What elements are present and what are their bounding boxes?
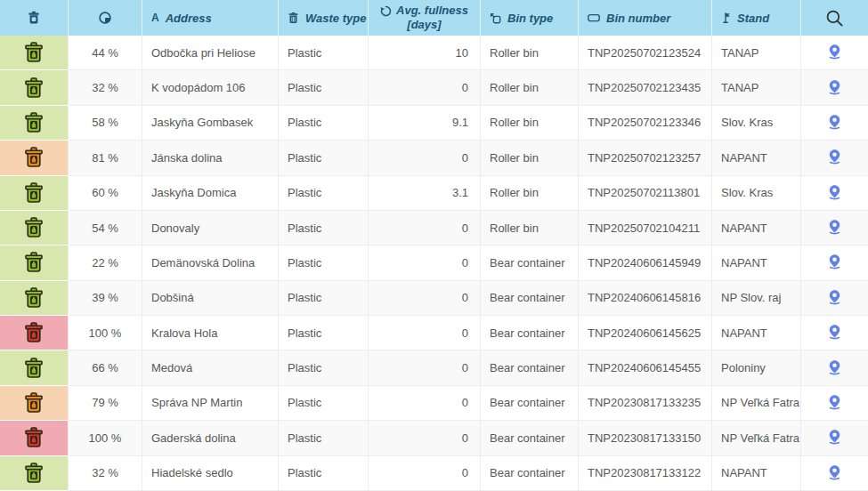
bin-type-cell: Bear container: [481, 386, 579, 421]
column-header-search[interactable]: [801, 0, 868, 36]
table-row[interactable]: 32 % Hiadelské sedlo Plastic 0 Bear cont…: [0, 456, 868, 491]
location-cell[interactable]: [801, 386, 868, 421]
bin-type-cell: Roller bin: [481, 141, 579, 175]
bin-icon: [22, 392, 45, 414]
table-body: 44 % Odbočka pri Heliose Plastic 10 Roll…: [0, 36, 868, 491]
bin-status-cell: [0, 421, 69, 455]
address-cell: Správa NP Martin: [142, 386, 279, 421]
bin-status-cell: [0, 246, 69, 280]
bin-number-cell: TNP20250702123435: [579, 70, 712, 105]
address-cell: Demänovská Dolina: [142, 246, 279, 280]
bin-type-cell: Bear container: [481, 246, 579, 280]
stand-cell: TANAP: [712, 70, 801, 105]
trash-icon: [288, 12, 299, 24]
waste-type-cell: Plastic: [279, 456, 369, 491]
fullness-cell: 66 %: [69, 350, 142, 385]
location-cell[interactable]: [801, 246, 868, 280]
bin-type-cell: Roller bin: [481, 70, 579, 105]
location-pin-icon: [827, 429, 842, 447]
bin-type-cell: Roller bin: [481, 106, 579, 141]
column-header-stand[interactable]: Stand: [712, 0, 801, 36]
location-cell[interactable]: [801, 316, 868, 350]
table-row[interactable]: 22 % Demänovská Dolina Plastic 0 Bear co…: [0, 246, 868, 280]
bin-number-cell: TNP20240606145816: [579, 281, 712, 316]
bin-type-cell: Bear container: [481, 350, 579, 385]
bin-icon: [22, 358, 45, 379]
column-header-bin[interactable]: [0, 0, 69, 36]
bin-number-cell: TNP20240606145949: [579, 246, 712, 280]
location-cell[interactable]: [801, 70, 868, 105]
avg-fullness-cell: 0: [369, 421, 481, 455]
fullness-cell: 100 %: [69, 316, 142, 350]
tag-icon: [588, 12, 600, 23]
table-row[interactable]: 79 % Správa NP Martin Plastic 0 Bear con…: [0, 386, 868, 421]
avg-fullness-cell: 0: [369, 281, 481, 316]
bin-number-cell: TNP20250702123524: [579, 36, 712, 70]
column-header-avg-fullness[interactable]: Avg. fullness [days]: [369, 0, 481, 36]
bin-status-cell: [0, 141, 69, 175]
bin-number-cell: TNP20240606145625: [579, 316, 712, 350]
column-header-address[interactable]: A Address: [142, 0, 279, 36]
table-row[interactable]: 54 % Donovaly Plastic 0 Roller bin TNP20…: [0, 211, 868, 246]
avg-fullness-cell: 3.1: [369, 176, 481, 211]
stand-cell: NP Veľká Fatra: [712, 421, 801, 455]
location-cell[interactable]: [801, 350, 868, 385]
waste-type-cell: Plastic: [279, 316, 369, 350]
location-cell[interactable]: [801, 281, 868, 316]
column-header-bin-number[interactable]: Bin number: [579, 0, 712, 36]
fullness-cell: 32 %: [69, 456, 142, 491]
location-pin-icon: [827, 359, 842, 377]
waste-type-cell: Plastic: [279, 141, 369, 175]
fullness-cell: 22 %: [69, 246, 142, 280]
address-cell: Jaskyňa Domica: [142, 176, 279, 211]
table-row[interactable]: 60 % Jaskyňa Domica Plastic 3.1 Roller b…: [0, 176, 868, 211]
bin-number-cell: TNP20250702104211: [579, 211, 712, 246]
table-row[interactable]: 58 % Jaskyňa Gombasek Plastic 9.1 Roller…: [0, 106, 868, 141]
location-pin-icon: [827, 184, 842, 202]
bin-type-cell: Bear container: [481, 316, 579, 350]
waste-type-cell: Plastic: [279, 211, 369, 246]
table-row[interactable]: 39 % Dobšiná Plastic 0 Bear container TN…: [0, 281, 868, 316]
location-cell[interactable]: [801, 106, 868, 141]
location-pin-icon: [827, 464, 842, 482]
box-arrow-icon: [490, 12, 501, 24]
table-row[interactable]: 100 % Gaderská dolina Plastic 0 Bear con…: [0, 421, 868, 455]
waste-type-cell: Plastic: [279, 281, 369, 316]
bin-status-cell: [0, 211, 69, 246]
flag-icon: [721, 12, 731, 24]
waste-type-cell: Plastic: [279, 36, 369, 70]
bin-type-cell: Roller bin: [481, 211, 579, 246]
fullness-cell: 100 %: [69, 421, 142, 455]
table-row[interactable]: 81 % Jánska dolina Plastic 0 Roller bin …: [0, 141, 868, 175]
location-pin-icon: [827, 149, 842, 166]
column-header-label: Avg. fullness: [396, 4, 468, 17]
bin-icon: [22, 77, 45, 99]
location-cell[interactable]: [801, 211, 868, 246]
table-row[interactable]: 66 % Medová Plastic 0 Bear container TNP…: [0, 350, 868, 385]
location-cell[interactable]: [801, 421, 868, 455]
column-header-fullness[interactable]: [69, 0, 142, 36]
address-cell: Gaderská dolina: [142, 421, 279, 455]
column-header-label: Bin number: [606, 12, 670, 25]
location-pin-icon: [827, 289, 842, 307]
table-row[interactable]: 44 % Odbočka pri Heliose Plastic 10 Roll…: [0, 36, 868, 70]
bin-icon: [22, 252, 45, 273]
column-header-label: Address: [166, 12, 212, 25]
column-header-waste-type[interactable]: Waste type: [279, 0, 369, 36]
bin-icon: [22, 42, 45, 63]
fullness-cell: 58 %: [69, 106, 142, 141]
location-cell[interactable]: [801, 36, 868, 70]
stand-cell: NP Veľká Fatra: [712, 386, 801, 421]
location-cell[interactable]: [801, 456, 868, 491]
column-header-bin-type[interactable]: Bin type: [481, 0, 579, 36]
stand-cell: NAPANT: [712, 456, 801, 491]
location-cell[interactable]: [801, 176, 868, 211]
table-row[interactable]: 100 % Kralova Hola Plastic 0 Bear contai…: [0, 316, 868, 350]
address-cell: Dobšiná: [142, 281, 279, 316]
fullness-cell: 79 %: [69, 386, 142, 421]
bin-status-cell: [0, 70, 69, 105]
table-row[interactable]: 32 % K vodopádom 106 Plastic 0 Roller bi…: [0, 70, 868, 105]
fullness-cell: 44 %: [69, 36, 142, 70]
location-cell[interactable]: [801, 141, 868, 175]
stand-cell: NAPANT: [712, 211, 801, 246]
